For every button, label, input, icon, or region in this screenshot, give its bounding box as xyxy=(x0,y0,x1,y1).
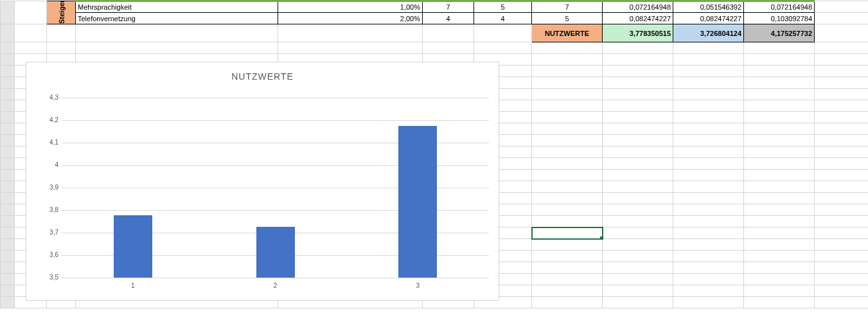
pct-cell[interactable]: 1,00% xyxy=(278,1,423,13)
embedded-chart[interactable]: NUTZWERTE 3,53,63,73,83,944,14,24,3123 xyxy=(26,62,499,301)
cell[interactable] xyxy=(532,181,603,193)
cell[interactable] xyxy=(603,135,673,147)
summary-value[interactable]: 3,778350515 xyxy=(603,24,673,42)
cell[interactable] xyxy=(744,204,815,216)
cell[interactable] xyxy=(15,42,47,54)
cell[interactable] xyxy=(532,66,603,77)
cell[interactable] xyxy=(673,216,744,227)
cell[interactable] xyxy=(603,89,673,100)
cell[interactable] xyxy=(603,170,673,181)
cell[interactable] xyxy=(744,251,815,262)
chart-bar[interactable] xyxy=(398,126,437,278)
cell[interactable] xyxy=(603,227,673,239)
cell[interactable] xyxy=(815,54,869,66)
cell[interactable] xyxy=(603,239,673,251)
cell[interactable] xyxy=(673,158,744,170)
cell[interactable] xyxy=(744,66,815,77)
cell[interactable] xyxy=(744,262,815,274)
value-cell[interactable]: 0,082474227 xyxy=(603,13,673,24)
cell[interactable] xyxy=(603,112,673,123)
cell[interactable] xyxy=(532,285,603,297)
cell[interactable] xyxy=(603,100,673,112)
cell[interactable] xyxy=(76,42,278,54)
cell[interactable] xyxy=(532,89,603,100)
cell[interactable] xyxy=(744,285,815,297)
cell[interactable] xyxy=(744,216,815,227)
cell[interactable] xyxy=(673,251,744,262)
cell[interactable] xyxy=(815,24,869,42)
cell[interactable] xyxy=(815,227,869,239)
score-cell[interactable]: 7 xyxy=(532,1,603,13)
cell[interactable] xyxy=(532,204,603,216)
cell[interactable] xyxy=(603,123,673,135)
cell[interactable] xyxy=(603,42,673,54)
summary-value[interactable]: 4,175257732 xyxy=(744,24,815,42)
cell[interactable] xyxy=(815,193,869,204)
cell[interactable] xyxy=(744,135,815,147)
cell[interactable] xyxy=(673,112,744,123)
cell[interactable] xyxy=(532,42,603,54)
cell[interactable] xyxy=(673,42,744,54)
cell[interactable] xyxy=(603,66,673,77)
cell[interactable] xyxy=(673,123,744,135)
cell[interactable] xyxy=(815,66,869,77)
cell[interactable] xyxy=(815,274,869,285)
cell[interactable] xyxy=(673,170,744,181)
cell[interactable] xyxy=(673,239,744,251)
cell[interactable] xyxy=(603,181,673,193)
cell[interactable] xyxy=(673,66,744,77)
pct-cell[interactable]: 2,00% xyxy=(278,13,423,24)
cell[interactable] xyxy=(744,181,815,193)
value-cell[interactable]: 0,072164948 xyxy=(603,1,673,13)
cell[interactable] xyxy=(532,262,603,274)
cell[interactable] xyxy=(532,158,603,170)
cell[interactable] xyxy=(532,239,603,251)
cell[interactable] xyxy=(532,297,603,308)
cell[interactable] xyxy=(815,123,869,135)
cell[interactable] xyxy=(815,181,869,193)
cell[interactable] xyxy=(815,204,869,216)
chart-bar[interactable] xyxy=(256,227,295,278)
cell[interactable] xyxy=(673,181,744,193)
value-cell[interactable]: 0,082474227 xyxy=(673,13,744,24)
cell[interactable] xyxy=(532,147,603,158)
cell[interactable] xyxy=(278,42,423,54)
cell[interactable] xyxy=(815,147,869,158)
cell[interactable] xyxy=(815,251,869,262)
cell[interactable] xyxy=(603,274,673,285)
cell[interactable] xyxy=(474,24,532,42)
cell[interactable] xyxy=(673,77,744,89)
cell[interactable] xyxy=(815,135,869,147)
cell[interactable] xyxy=(744,147,815,158)
score-cell[interactable]: 5 xyxy=(532,13,603,24)
cell[interactable] xyxy=(673,297,744,308)
cell[interactable] xyxy=(532,193,603,204)
cell[interactable] xyxy=(532,100,603,112)
cell[interactable] xyxy=(673,227,744,239)
cell[interactable] xyxy=(815,239,869,251)
cell[interactable] xyxy=(603,204,673,216)
spreadsheet-viewport[interactable]: SteigerMehrsprachigkeit1,00%7570,0721649… xyxy=(0,0,868,329)
cell[interactable] xyxy=(744,42,815,54)
cell[interactable] xyxy=(744,193,815,204)
score-cell[interactable]: 7 xyxy=(423,1,474,13)
cell[interactable] xyxy=(815,13,869,24)
cell[interactable] xyxy=(603,193,673,204)
cell[interactable] xyxy=(532,251,603,262)
cell[interactable] xyxy=(744,158,815,170)
cell[interactable] xyxy=(15,1,47,24)
cell[interactable] xyxy=(744,77,815,89)
value-cell[interactable]: 0,072164948 xyxy=(744,1,815,13)
summary-value[interactable]: 3,726804124 xyxy=(673,24,744,42)
cell[interactable] xyxy=(532,112,603,123)
cell[interactable] xyxy=(603,77,673,89)
score-cell[interactable]: 5 xyxy=(474,1,532,13)
cell[interactable] xyxy=(744,297,815,308)
cell[interactable] xyxy=(815,297,869,308)
cell[interactable] xyxy=(815,89,869,100)
cell[interactable] xyxy=(744,227,815,239)
cell[interactable] xyxy=(673,100,744,112)
cell[interactable] xyxy=(603,147,673,158)
cell[interactable] xyxy=(673,274,744,285)
cell[interactable] xyxy=(673,54,744,66)
